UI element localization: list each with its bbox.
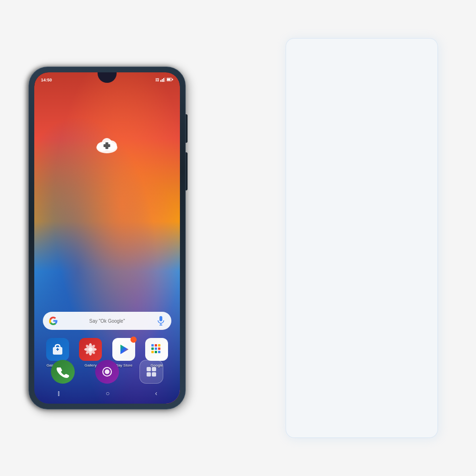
svg-rect-29 (151, 344, 154, 347)
play-store-badge (130, 337, 137, 343)
phone-app-icon (51, 360, 75, 384)
svg-rect-33 (155, 347, 157, 350)
svg-rect-32 (151, 347, 154, 350)
svg-rect-18 (57, 348, 58, 351)
photo-status-icon: 🖼 (155, 78, 159, 82)
home-button[interactable]: ○ (106, 389, 109, 397)
svg-rect-6 (167, 79, 170, 80)
svg-rect-36 (155, 351, 157, 353)
samsung-icon (95, 360, 119, 384)
svg-rect-42 (147, 372, 151, 377)
google-app-icon (145, 338, 168, 361)
play-store-icon (112, 338, 135, 361)
svg-rect-43 (152, 372, 156, 377)
svg-rect-41 (152, 367, 156, 371)
svg-rect-40 (147, 367, 151, 371)
svg-rect-34 (158, 347, 160, 350)
google-search-bar[interactable]: Say "Ok Google" (43, 312, 171, 330)
svg-rect-31 (158, 344, 160, 347)
back-button[interactable]: ‹ (155, 389, 158, 397)
svg-rect-37 (158, 351, 160, 353)
svg-rect-12 (104, 144, 110, 147)
svg-point-39 (105, 369, 109, 374)
signal-icon (160, 77, 165, 83)
cloud-area (94, 134, 120, 156)
gallery-icon (79, 338, 102, 361)
battery-icon (167, 78, 173, 82)
navigation-bar: ⫿ ○ ‹ (34, 386, 180, 404)
recent-apps-button[interactable]: ⫿ (57, 389, 60, 397)
svg-rect-2 (163, 78, 164, 82)
status-bar: 14:50 🖼 (34, 72, 180, 86)
svg-rect-13 (159, 316, 162, 321)
multitasking-icon (139, 360, 163, 384)
svg-rect-0 (160, 80, 161, 82)
svg-rect-35 (151, 351, 154, 353)
glass-protector (286, 38, 438, 438)
status-icons: 🖼 (155, 77, 173, 83)
google-g-logo (49, 316, 58, 326)
cloud-plus-icon (94, 134, 120, 156)
app-multitasking[interactable] (139, 360, 163, 384)
galaxy-store-icon (46, 338, 69, 361)
dock-row (41, 360, 173, 384)
mic-icon (156, 316, 166, 326)
app-samsung[interactable] (95, 360, 119, 384)
svg-rect-1 (162, 79, 163, 82)
phone-body: 14:50 🖼 (29, 67, 186, 409)
svg-rect-5 (172, 79, 173, 80)
svg-rect-30 (155, 344, 157, 347)
phone-screen: 14:50 🖼 (34, 72, 180, 404)
status-time: 14:50 (41, 78, 52, 82)
scene: 14:50 🖼 (0, 0, 476, 476)
search-placeholder: Say "Ok Google" (58, 318, 156, 324)
app-phone[interactable] (51, 360, 75, 384)
svg-rect-3 (165, 77, 165, 82)
